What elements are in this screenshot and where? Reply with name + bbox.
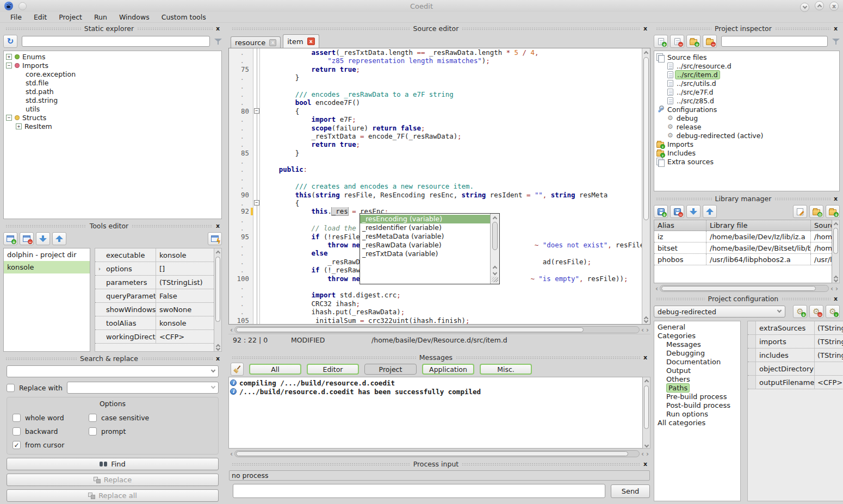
category-item[interactable]: All categories	[654, 419, 740, 427]
maximize-button[interactable]	[815, 1, 824, 10]
editor-tab-item[interactable]: itemx	[283, 34, 319, 48]
close-panel-icon[interactable]	[216, 355, 220, 362]
scroll-up-icon[interactable]	[833, 222, 838, 227]
category-item[interactable]: General	[654, 323, 740, 332]
menu-item-file[interactable]: File	[4, 12, 28, 23]
messages-scrollbar[interactable]	[643, 377, 650, 449]
refresh-button[interactable]: ↻	[3, 35, 17, 48]
property-value[interactable]: <CFP>	[156, 333, 214, 341]
completion-list[interactable]: _resEncoding (variable)_resIdentifier (v…	[360, 214, 490, 284]
replace-button[interactable]: Replace	[7, 474, 219, 486]
expand-plus-icon[interactable]: +	[16, 123, 22, 129]
scroll-down-icon[interactable]	[493, 271, 497, 275]
property-value[interactable]: False	[156, 292, 214, 300]
library-from-project-button[interactable]: ⚙	[809, 205, 823, 218]
code-line[interactable]: .	[229, 157, 642, 165]
messages-filter-editor[interactable]: Editor	[307, 364, 359, 375]
find-button[interactable]: Find	[7, 458, 219, 470]
property-value[interactable]: (TStringList)	[815, 324, 843, 332]
tree-item[interactable]: core.exception	[4, 70, 221, 78]
project-tree-item[interactable]: debug-redirected (active)	[654, 131, 839, 140]
code-line[interactable]: . return true;	[229, 140, 642, 148]
completion-popup[interactable]: _resEncoding (variable)_resIdentifier (v…	[359, 213, 500, 284]
property-row[interactable]: showWindowsswoNone	[95, 303, 214, 316]
close-panel-icon[interactable]	[216, 222, 220, 229]
column-header[interactable]: Alias	[654, 220, 706, 231]
property-value[interactable]: []	[156, 265, 214, 273]
project-tree-item[interactable]: Source files	[654, 53, 839, 61]
tree-item[interactable]: −Imports	[4, 61, 221, 70]
category-item[interactable]: Paths	[654, 384, 740, 393]
inspector-filter-input[interactable]	[721, 36, 828, 47]
collapse-minus-icon[interactable]: −	[6, 63, 12, 69]
run-tool-button[interactable]	[208, 232, 222, 245]
code-line[interactable]: . scope(failure) return false;	[229, 124, 642, 132]
tree-item[interactable]: +ResItem	[4, 122, 221, 130]
property-row[interactable]: parameters(TStringList)	[95, 276, 214, 289]
code-line[interactable]: .− {	[229, 199, 642, 207]
menu-item-run[interactable]: Run	[88, 12, 113, 23]
project-tree-item[interactable]: Configurations	[654, 105, 839, 114]
code-line[interactable]: 90 this(string resFile, ResEncoding resE…	[229, 191, 642, 199]
add-source-button[interactable]: +	[654, 35, 668, 48]
property-row[interactable]: outputFilename<CFP>	[748, 376, 843, 389]
code-line[interactable]: . ihash.put(_resRawData);	[229, 308, 642, 316]
search-combobox[interactable]	[7, 365, 219, 377]
category-item[interactable]: Run options	[654, 410, 740, 419]
category-item[interactable]: Messages	[654, 340, 740, 349]
expand-plus-icon[interactable]: +	[6, 54, 12, 60]
close-tab-icon[interactable]: x	[269, 39, 276, 46]
property-value[interactable]: (TStringList)	[815, 351, 843, 359]
property-value[interactable]: konsole	[156, 319, 214, 327]
code-line[interactable]: . import std.digest.crc;	[229, 291, 642, 299]
project-tree-item[interactable]: ›Imports	[654, 140, 839, 148]
code-line[interactable]: .	[229, 82, 642, 90]
close-panel-icon[interactable]	[216, 25, 220, 32]
completion-item[interactable]: _resTxtData (variable)	[360, 250, 490, 258]
resize-grip[interactable]	[492, 277, 498, 282]
code-line[interactable]: . import e7F;	[229, 115, 642, 123]
completion-item[interactable]: _resMetaData (variable)	[360, 232, 490, 241]
clear-messages-button[interactable]	[231, 363, 244, 376]
category-item[interactable]: Categories	[654, 332, 740, 340]
replace-all-button[interactable]: Replace all	[7, 489, 219, 502]
fold-minus-icon[interactable]: −	[254, 200, 259, 206]
option-checkbox[interactable]	[89, 414, 97, 422]
table-row[interactable]: iz/home/basile/Dev/Iz/lib/iz.a/home/basi…	[654, 231, 832, 242]
code-line[interactable]: . }	[229, 73, 642, 82]
category-item[interactable]: Others	[654, 375, 740, 384]
tree-item[interactable]: std.path	[4, 87, 221, 96]
property-row[interactable]: imports(TStringList)	[748, 335, 843, 349]
edit-library-button[interactable]	[793, 205, 807, 218]
remove-tool-button[interactable]: −	[20, 232, 34, 245]
project-tree-item[interactable]: debug	[654, 114, 839, 122]
category-item[interactable]: Documentation	[654, 358, 740, 366]
process-input-field[interactable]	[233, 484, 605, 498]
add-configuration-button[interactable]: +	[793, 305, 807, 318]
symbol-search-input[interactable]	[22, 36, 210, 47]
filter-icon[interactable]	[214, 38, 222, 45]
property-value[interactable]: <CFP>	[815, 378, 843, 387]
tree-item[interactable]: utils	[4, 104, 221, 113]
table-row[interactable]: phobos/usr/lib64/libphobos2.a/usr/lib64	[654, 254, 832, 265]
column-header[interactable]: Source	[811, 220, 832, 231]
code-line[interactable]: . /// creates and encodes a new resource…	[229, 182, 642, 190]
project-tree-item[interactable]: release	[654, 122, 839, 131]
add-library-folder-button[interactable]: +	[826, 205, 840, 218]
add-library-button[interactable]: +	[654, 205, 668, 218]
move-library-down-button[interactable]	[686, 205, 701, 218]
code-line[interactable]: 85 }	[229, 149, 642, 157]
column-header[interactable]: Library file	[706, 220, 811, 231]
code-line[interactable]: . CRC32 ihash;	[229, 300, 642, 308]
table-row[interactable]: bitset/home/basile/Dev/Bitset/lib/bitset…	[654, 242, 832, 254]
property-value[interactable]: swoNone	[156, 306, 214, 314]
minimize-button[interactable]	[800, 3, 809, 12]
menu-item-custom-tools[interactable]: Custom tools	[156, 12, 212, 23]
tree-item[interactable]: std.string	[4, 96, 221, 104]
add-tool-button[interactable]: +	[3, 232, 17, 245]
property-row[interactable]: extraSources(TStringList)	[748, 321, 843, 335]
option-checkbox[interactable]	[13, 427, 21, 435]
property-row[interactable]: queryParametersFalse	[95, 289, 214, 303]
code-line[interactable]: 105 _initialSum = crc322uint(ihash.finis…	[229, 316, 642, 325]
project-tree-item[interactable]: ../src/utils.d	[654, 79, 839, 88]
